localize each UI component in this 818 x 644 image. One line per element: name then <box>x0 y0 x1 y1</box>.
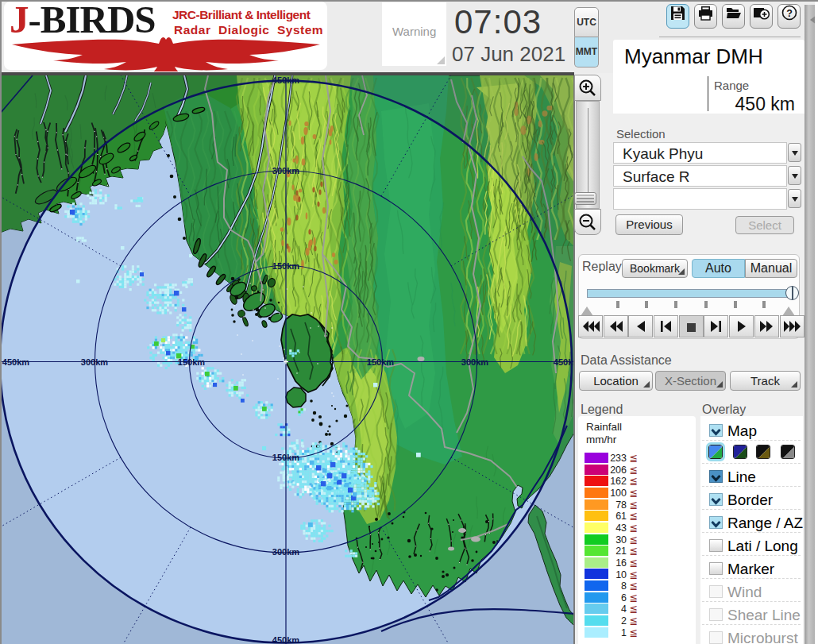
svg-text:300km: 300km <box>272 166 299 175</box>
svg-text:450km: 450km <box>554 357 574 367</box>
svg-text:300km: 300km <box>461 357 488 367</box>
svg-text:150km: 150km <box>272 453 299 462</box>
svg-text:450km: 450km <box>272 635 299 644</box>
svg-text:150km: 150km <box>367 357 394 367</box>
svg-text:?: ? <box>786 8 793 19</box>
svg-text:450km: 450km <box>272 75 299 85</box>
svg-text:300km: 300km <box>81 357 108 367</box>
svg-text:150km: 150km <box>272 261 299 271</box>
svg-text:450km: 450km <box>2 357 29 367</box>
svg-text:150km: 150km <box>178 357 205 367</box>
svg-text:300km: 300km <box>272 547 299 557</box>
